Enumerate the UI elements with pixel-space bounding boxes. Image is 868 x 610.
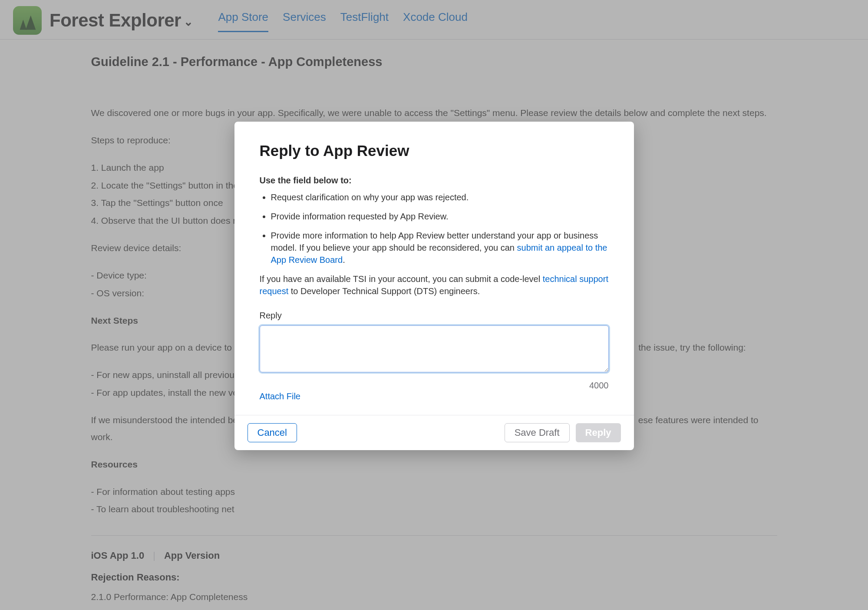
reply-modal: Reply to App Review Use the field below … [234, 122, 634, 450]
reply-textarea[interactable] [260, 325, 609, 372]
cancel-button[interactable]: Cancel [248, 423, 297, 442]
modal-bullet: Provide information requested by App Rev… [271, 210, 609, 222]
modal-overlay: Reply to App Review Use the field below … [0, 0, 868, 610]
reply-field-label: Reply [260, 309, 609, 322]
modal-bullet-list: Request clarification on why your app wa… [260, 191, 609, 266]
modal-footer: Cancel Save Draft Reply [234, 415, 634, 450]
modal-tsi-text: If you have an available TSI in your acc… [260, 273, 609, 297]
save-draft-button[interactable]: Save Draft [505, 423, 570, 442]
modal-bullet: Provide more information to help App Rev… [271, 229, 609, 266]
reply-button[interactable]: Reply [576, 423, 621, 442]
char-count: 4000 [260, 379, 609, 392]
modal-bullet: Request clarification on why your app wa… [271, 191, 609, 203]
attach-file-link[interactable]: Attach File [260, 390, 300, 403]
modal-title: Reply to App Review [260, 140, 609, 162]
modal-intro: Use the field below to: [260, 174, 609, 187]
